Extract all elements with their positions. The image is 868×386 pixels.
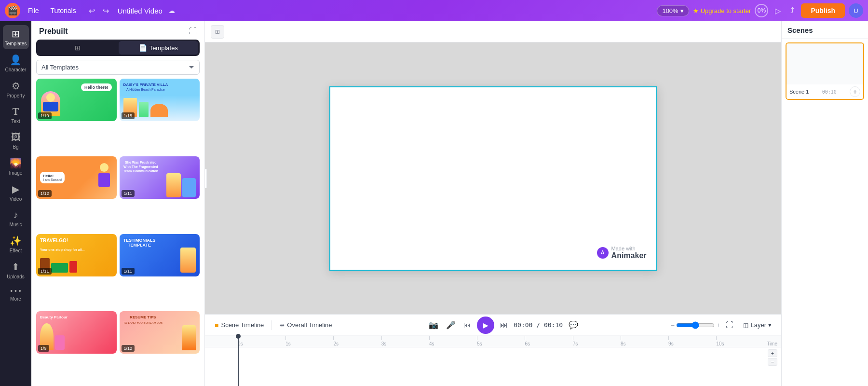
music-icon: ♪ [14, 209, 18, 221]
zoom-dropdown-icon: ▾ [680, 7, 684, 14]
scene-item-1[interactable]: Scene 1 00:10 + [786, 42, 864, 100]
document-title[interactable]: Untitled Video [118, 7, 163, 15]
scenes-header: Scenes [782, 21, 868, 39]
percentage-badge[interactable]: 0% [755, 4, 768, 17]
sidebar-item-character[interactable]: 👤 Character [3, 51, 29, 75]
template-badge-3: 1/12 [38, 190, 52, 197]
panel-tabs: ⊞ 📄 Templates [36, 40, 200, 56]
template-filter-dropdown[interactable]: All Templates Business Education Marketi… [36, 60, 200, 75]
more-icon: • • • [10, 287, 21, 295]
layer-control[interactable]: ◫ Layer ▾ [739, 319, 775, 331]
timeline-area: ■ Scene Timeline ⬌ Overall Timeline 📷 🎤 … [205, 314, 781, 386]
file-menu[interactable]: File [24, 5, 43, 16]
share-icon-btn[interactable]: ⤴ [787, 4, 797, 17]
image-icon: 🌄 [10, 157, 22, 169]
skip-forward-btn[interactable]: ⏭ [498, 319, 510, 331]
upgrade-button[interactable]: ★ Upgrade to starter [693, 7, 751, 14]
zoom-value: 100% [662, 7, 678, 14]
timeline-needle[interactable] [238, 336, 239, 386]
ruler-mark-1s: 1s [285, 336, 291, 346]
ruler-mark-5s: 5s [477, 336, 482, 346]
ruler-mark-8s: 8s [621, 336, 626, 346]
timeline-ruler: 0s 1s 2s 3s 4s 5s 6s 7s 8s 9s 10s Time [205, 336, 781, 347]
time-label: Time [767, 341, 777, 346]
topbar-right: ★ Upgrade to starter 0% ▷ ⤴ Publish U [693, 3, 863, 18]
scene-timeline-tab[interactable]: ■ Scene Timeline [211, 319, 268, 331]
templates-icon: ⊞ [12, 28, 20, 40]
sidebar-item-text[interactable]: T Text [3, 103, 29, 127]
templates-panel: Prebuilt ⛶ ⊞ 📄 Templates All Templates B… [31, 21, 205, 386]
property-icon: ⚙ [12, 80, 20, 92]
sidebar-item-music[interactable]: ♪ Music [3, 207, 29, 230]
topbar: 🎬 File Tutorials ↩ ↪ Untitled Video ☁ 10… [0, 0, 868, 21]
sidebar-item-effect[interactable]: ✨ Effect [3, 232, 29, 256]
panel-title: Prebuilt [39, 27, 68, 36]
app-logo: 🎬 [5, 3, 20, 18]
ruler-mark-4s: 4s [429, 336, 434, 346]
tutorials-menu[interactable]: Tutorials [47, 5, 80, 16]
zoom-control[interactable]: 100% ▾ [657, 5, 689, 16]
ruler-mark-3s: 3s [381, 336, 387, 346]
ruler-mark-2s: 2s [333, 336, 339, 346]
main-canvas[interactable]: A Made with Animaker [329, 86, 657, 271]
play-button[interactable]: ▶ [477, 317, 494, 334]
sidebar-item-label: Effect [10, 248, 22, 253]
template-card-8[interactable]: RESUME TIPSTO LAND YOUR DREAM JOB 1/12 [120, 311, 200, 354]
template-card-3[interactable]: Hello! I am Susan! 1/12 [36, 156, 117, 199]
tab-templates[interactable]: 📄 Templates [119, 41, 199, 55]
play-icon-btn[interactable]: ▷ [772, 4, 784, 17]
bg-icon: 🖼 [11, 132, 21, 143]
character-icon: 👤 [10, 54, 22, 66]
sidebar-item-bg[interactable]: 🖼 Bg [3, 129, 29, 152]
template-card-6[interactable]: TESTIMONIALSTEMPLATE 1/11 [120, 234, 200, 276]
skip-back-btn[interactable]: ⏮ [461, 319, 473, 331]
undo-redo-group: ↩ ↪ [86, 4, 112, 17]
scene-time-1: 00:10 [822, 89, 837, 95]
expand-icon[interactable]: ⛶ [189, 27, 197, 36]
sidebar-item-label: More [10, 296, 21, 302]
save-icon[interactable]: ☁ [168, 7, 175, 14]
time-plus-btn[interactable]: + [768, 349, 777, 357]
subtitle-icon-btn[interactable]: 💬 [567, 318, 580, 331]
sidebar-item-label: Property [7, 93, 25, 98]
canvas-watermark: A Made with Animaker [597, 246, 647, 260]
uploads-icon: ⬆ [12, 261, 20, 273]
publish-button[interactable]: Publish [801, 3, 845, 18]
template-badge-6: 1/11 [122, 268, 135, 275]
timeline-zoom-slider[interactable] [676, 321, 715, 329]
template-card-1[interactable]: Hello there! 1/10 [36, 79, 117, 121]
scene-add-button[interactable]: + [850, 86, 860, 97]
sidebar-item-uploads[interactable]: ⬆ Uploads [3, 258, 29, 282]
panel-header: Prebuilt ⛶ [31, 21, 204, 40]
user-avatar[interactable]: U [849, 3, 863, 18]
sidebar-item-more[interactable]: • • • More [3, 284, 29, 304]
effect-icon: ✨ [10, 235, 22, 247]
canvas-tool-icon[interactable]: ⊞ [211, 25, 224, 39]
camera-icon-btn[interactable]: 📷 [427, 318, 440, 331]
undo-button[interactable]: ↩ [86, 4, 98, 17]
sidebar-item-label: Image [9, 170, 23, 176]
template-badge-4: 1/11 [122, 190, 135, 197]
sidebar-item-video[interactable]: ▶ Video [3, 180, 29, 205]
fit-screen-btn[interactable]: ⛶ [724, 319, 735, 331]
redo-button[interactable]: ↪ [100, 4, 112, 17]
template-badge-2: 1/15 [122, 112, 135, 119]
template-card-7[interactable]: Beauty Parlour 1/9 [36, 311, 117, 354]
template-badge-1: 1/10 [38, 112, 52, 119]
time-minus-btn[interactable]: − [768, 358, 777, 366]
sidebar-item-image[interactable]: 🌄 Image [3, 154, 29, 179]
grid-tool-icon: ⊞ [215, 28, 220, 35]
overall-timeline-tab[interactable]: ⬌ Overall Timeline [276, 319, 336, 331]
panel-collapse-handle[interactable]: ‹ [205, 169, 207, 188]
template-card-4[interactable]: She Was FrustratedWith The FragmentedTea… [120, 156, 200, 199]
layer-dropdown-icon: ▾ [768, 321, 772, 329]
template-card-5[interactable]: TRAVELGO! Your one-stop shop for all... … [36, 234, 117, 276]
template-card-2[interactable]: DAISY'S PRIVATE VILLAA Hidden Beach Para… [120, 79, 200, 121]
mic-icon-btn[interactable]: 🎤 [444, 318, 458, 331]
sidebar-item-templates[interactable]: ⊞ Templates [3, 25, 29, 49]
ruler-mark-7s: 7s [573, 336, 578, 346]
tab-grid[interactable]: ⊞ [38, 41, 118, 55]
sidebar-item-property[interactable]: ⚙ Property [3, 77, 29, 101]
canvas-wrapper: ‹ A Made with Animaker [205, 42, 781, 314]
sidebar-item-label: Music [9, 222, 22, 227]
